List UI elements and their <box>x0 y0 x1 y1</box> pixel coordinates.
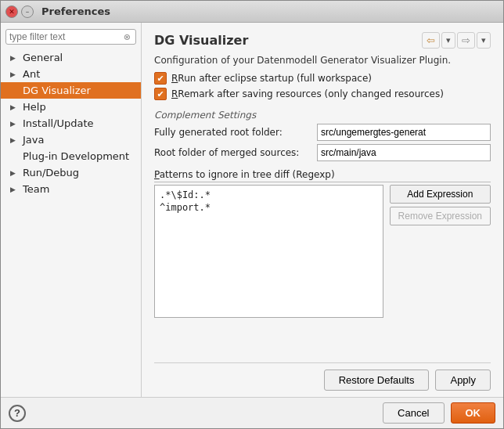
sidebar-item-help[interactable]: ▶ Help <box>1 99 141 115</box>
remove-expression-button[interactable]: Remove Expression <box>390 207 491 225</box>
field-2-label: Root folder of merged sources: <box>154 147 311 158</box>
checkbox-1[interactable]: ✔ <box>154 72 167 85</box>
field-1-input[interactable] <box>317 124 491 141</box>
apply-button[interactable]: Apply <box>435 370 491 391</box>
field-1-label: Fully generated root folder: <box>154 127 311 138</box>
window-controls: ✕ – <box>5 5 34 18</box>
help-button[interactable]: ? <box>9 405 26 422</box>
footer: ? Cancel OK <box>1 397 503 428</box>
sidebar: ⊗ ▶ General ▶ Ant DG Visualizer ▶ Help ▶ <box>1 23 142 397</box>
nav-back-button[interactable]: ⇦ <box>422 32 440 49</box>
minimize-button[interactable]: – <box>21 5 34 18</box>
arrow-icon: ▶ <box>10 54 18 62</box>
chevron-down-icon: ▾ <box>481 35 486 45</box>
window-title: Preferences <box>41 5 110 17</box>
sidebar-item-label: Run/Debug <box>23 167 79 178</box>
nav-back-icon: ⇦ <box>427 34 435 46</box>
arrow-icon: ▶ <box>10 136 18 144</box>
checkbox-row-2: ✔ RRemark after saving resources (only c… <box>154 88 491 100</box>
sidebar-item-install-update[interactable]: ▶ Install/Update <box>1 115 141 132</box>
checkbox-1-label: RRun after eclipse startup (full workspa… <box>171 73 372 84</box>
field-row-2: Root folder of merged sources: <box>154 144 491 161</box>
checkbox-2[interactable]: ✔ <box>154 88 167 100</box>
sidebar-item-label: Java <box>23 134 44 146</box>
panel-title: DG Visualizer <box>154 33 248 48</box>
field-2-input[interactable] <box>317 144 491 161</box>
panel-header: DG Visualizer ⇦ ▾ ⇨ ▾ <box>154 32 491 49</box>
arrow-icon: ▶ <box>10 169 18 177</box>
nav-fwd-dropdown[interactable]: ▾ <box>477 32 491 49</box>
main-content: ⊗ ▶ General ▶ Ant DG Visualizer ▶ Help ▶ <box>1 23 503 397</box>
sidebar-item-run-debug[interactable]: ▶ Run/Debug <box>1 164 141 181</box>
search-clear-icon[interactable]: ⊗ <box>122 32 132 42</box>
restore-defaults-button[interactable]: Restore Defaults <box>324 370 430 391</box>
patterns-list[interactable]: .*\$Id:.* ^import.* <box>154 185 383 318</box>
nav-fwd-icon: ⇨ <box>462 34 470 46</box>
arrow-icon: ▶ <box>10 120 18 128</box>
panel-description: Configuration of your Datenmodell Genera… <box>154 55 491 66</box>
nav-fwd-button[interactable]: ⇨ <box>457 32 475 49</box>
sidebar-item-plugin-dev[interactable]: Plug-in Development <box>1 148 141 164</box>
right-panel: DG Visualizer ⇦ ▾ ⇨ ▾ Configurat <box>142 23 503 397</box>
panel-nav: ⇦ ▾ ⇨ ▾ <box>422 32 491 49</box>
sidebar-item-label: DG Visualizer <box>23 85 91 96</box>
sidebar-item-label: General <box>23 52 63 63</box>
sidebar-item-label: Install/Update <box>23 117 94 129</box>
list-item[interactable]: ^import.* <box>158 201 380 214</box>
sidebar-item-label: Team <box>23 183 49 195</box>
sidebar-item-dg-visualizer[interactable]: DG Visualizer <box>1 82 141 99</box>
field-row-1: Fully generated root folder: <box>154 124 491 141</box>
ok-button[interactable]: OK <box>451 402 496 424</box>
sidebar-item-ant[interactable]: ▶ Ant <box>1 66 141 82</box>
sidebar-item-label: Plug-in Development <box>23 150 129 162</box>
footer-right: Cancel OK <box>383 402 495 424</box>
nav-back-dropdown[interactable]: ▾ <box>441 32 455 49</box>
patterns-section-label: Patterns to ignore in tree diff (Regexp) <box>154 169 491 182</box>
arrow-icon: ▶ <box>10 186 18 193</box>
search-bar[interactable]: ⊗ <box>5 29 136 45</box>
cancel-button[interactable]: Cancel <box>383 402 444 424</box>
bottom-buttons: Restore Defaults Apply <box>154 362 491 391</box>
preferences-window: ✕ – Preferences ⊗ ▶ General ▶ Ant <box>0 0 504 429</box>
checkbox-row-1: ✔ RRun after eclipse startup (full works… <box>154 72 491 85</box>
patterns-area: .*\$Id:.* ^import.* Add Expression Remov… <box>154 185 491 358</box>
add-expression-button[interactable]: Add Expression <box>390 185 491 204</box>
minimize-icon: – <box>26 8 30 16</box>
sidebar-item-java[interactable]: ▶ Java <box>1 132 141 148</box>
checkbox-2-label: RRemark after saving resources (only cha… <box>171 88 444 99</box>
close-icon: ✕ <box>9 8 15 16</box>
sidebar-item-general[interactable]: ▶ General <box>1 49 141 66</box>
patterns-buttons: Add Expression Remove Expression <box>390 185 491 358</box>
chevron-down-icon: ▾ <box>446 35 451 45</box>
complement-section-title: Complement Settings <box>154 110 491 121</box>
list-item[interactable]: .*\$Id:.* <box>158 189 380 201</box>
sidebar-item-label: Help <box>23 101 46 113</box>
search-input[interactable] <box>9 31 122 42</box>
sidebar-item-team[interactable]: ▶ Team <box>1 181 141 197</box>
sidebar-item-label: Ant <box>23 68 40 80</box>
close-button[interactable]: ✕ <box>5 5 18 18</box>
title-bar: ✕ – Preferences <box>1 1 503 23</box>
arrow-icon: ▶ <box>10 103 18 111</box>
arrow-icon: ▶ <box>10 70 18 78</box>
